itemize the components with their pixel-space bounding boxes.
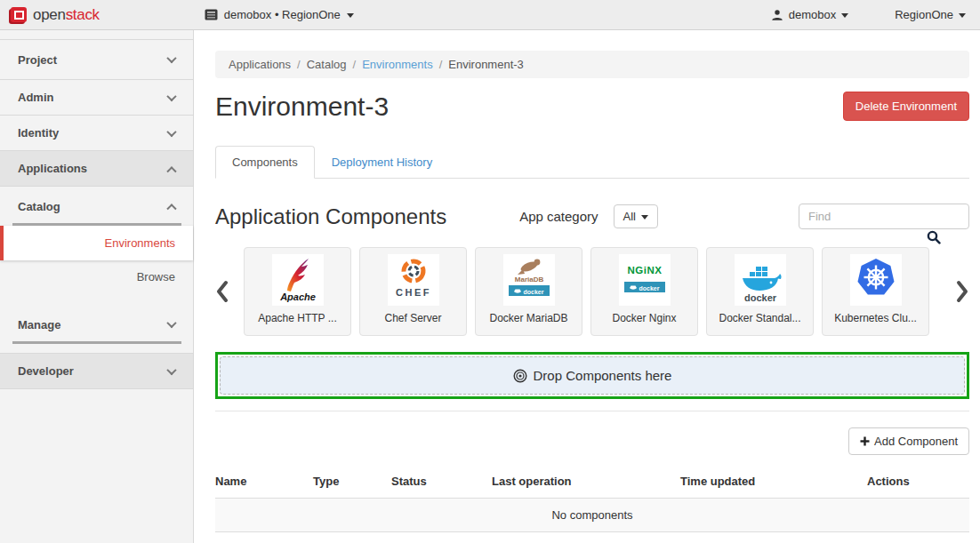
column-header-actions: Actions (867, 467, 969, 499)
components-table: Name Type Status Last operation Time upd… (215, 467, 969, 532)
chevron-right-icon (956, 280, 969, 303)
app-card-label: Docker MariaDB (489, 312, 567, 324)
breadcrumb-separator: / (297, 58, 301, 71)
chevron-down-icon (641, 215, 648, 220)
app-card-label: Kubernetes Clu... (834, 312, 917, 324)
openstack-logo[interactable]: openstack (11, 6, 100, 24)
sidebar-item-applications[interactable]: Applications (0, 151, 193, 187)
chevron-left-icon (215, 280, 229, 303)
column-header-type: Type (313, 467, 391, 499)
project-list-icon (205, 9, 218, 20)
sidebar-item-label: Admin (18, 91, 53, 104)
column-header-last-operation: Last operation (492, 467, 680, 499)
sidebar-item-identity[interactable]: Identity (0, 116, 193, 151)
app-card-label: Docker Nginx (612, 312, 676, 324)
region-menu-label: RegionOne (895, 8, 953, 21)
page-title: Environment-3 (215, 92, 389, 122)
nginx-docker-logo-icon: NGiNX docker (619, 254, 671, 306)
chevron-up-icon (166, 166, 176, 176)
sidebar: Project Admin Identity Applications Cata… (0, 30, 194, 543)
region-menu[interactable]: RegionOne (895, 8, 966, 21)
drop-components-zone[interactable]: Drop Components here (220, 356, 965, 395)
divider (215, 411, 969, 411)
app-card-label: Docker Standal... (719, 312, 800, 324)
breadcrumb-separator: / (353, 58, 357, 71)
chevron-down-icon (166, 126, 176, 136)
chef-logo-icon: CHEF (388, 254, 439, 306)
sidebar-top-strip (0, 30, 193, 40)
openstack-logo-text: openstack (33, 6, 100, 24)
svg-text:docker: docker (523, 289, 543, 295)
components-carousel: Apache Apache HTTP ... CHEF Chef Server (215, 247, 969, 336)
user-menu-label: demobox (789, 8, 836, 21)
carousel-next-button[interactable] (956, 280, 969, 303)
svg-text:docker: docker (743, 292, 776, 303)
app-card-docker-nginx[interactable]: NGiNX docker Docker Nginx (590, 247, 698, 336)
plus-icon (860, 436, 870, 446)
sidebar-item-environments[interactable]: Environments (0, 226, 193, 260)
mariadb-docker-logo-icon: MariaDB docker (503, 254, 555, 306)
sidebar-item-developer[interactable]: Developer (0, 354, 193, 389)
tab-components[interactable]: Components (215, 146, 315, 179)
app-card-label: Chef Server (384, 312, 441, 324)
catalog-underline (12, 223, 181, 226)
app-card-kubernetes[interactable]: Kubernetes Clu... (822, 247, 929, 336)
sidebar-item-label: Applications (18, 162, 87, 175)
sidebar-item-catalog[interactable]: Catalog (0, 187, 193, 226)
project-switcher[interactable]: demobox • RegionOne (205, 8, 354, 21)
tab-bar: Components Deployment History (215, 146, 969, 179)
chevron-down-icon (166, 318, 176, 328)
column-header-name: Name (215, 467, 313, 499)
sidebar-item-label: Environments (105, 236, 175, 250)
delete-environment-button[interactable]: Delete Environment (843, 92, 969, 121)
search-icon[interactable] (927, 230, 941, 244)
chevron-down-icon (166, 91, 176, 100)
svg-text:MariaDB: MariaDB (514, 275, 543, 283)
app-card-chef[interactable]: CHEF Chef Server (359, 247, 467, 336)
app-category-dropdown[interactable]: All (614, 204, 658, 228)
add-component-button[interactable]: Add Component (848, 427, 969, 455)
tab-deployment-history[interactable]: Deployment History (315, 146, 449, 179)
breadcrumb-catalog[interactable]: Catalog (307, 58, 347, 71)
app-category-value: All (623, 210, 636, 223)
dropzone-highlight: Drop Components here (215, 352, 969, 399)
sidebar-spacer (0, 293, 193, 305)
find-input[interactable] (799, 204, 969, 229)
user-menu[interactable]: demobox (771, 8, 848, 21)
add-component-label: Add Component (874, 435, 958, 448)
sidebar-item-manage[interactable]: Manage (0, 305, 193, 344)
sidebar-item-label: Project (18, 53, 57, 67)
apache-logo-icon: Apache (272, 254, 324, 306)
empty-table-row: No components (215, 499, 969, 532)
app-card-apache[interactable]: Apache Apache HTTP ... (244, 247, 351, 336)
main-content: Applications / Catalog / Environments / … (195, 30, 980, 543)
app-card-docker-mariadb[interactable]: MariaDB docker Docker MariaDB (475, 247, 582, 336)
top-header: openstack demobox • RegionOne demobox Re… (0, 0, 980, 30)
chevron-down-icon (166, 364, 176, 374)
manage-underline (12, 341, 181, 344)
dropzone-label: Drop Components here (534, 368, 672, 383)
breadcrumb-separator: / (439, 58, 443, 71)
openstack-cube-icon (11, 7, 27, 22)
svg-text:CHEF: CHEF (396, 287, 431, 298)
svg-text:Apache: Apache (279, 291, 316, 302)
svg-text:NGiNX: NGiNX (627, 265, 662, 275)
sidebar-divider (0, 344, 193, 354)
chevron-down-icon (841, 13, 848, 18)
breadcrumb-current: Environment-3 (448, 58, 524, 71)
sidebar-item-browse[interactable]: Browse (0, 260, 193, 293)
sidebar-item-label: Catalog (18, 200, 60, 213)
chevron-down-icon (166, 53, 176, 63)
target-icon (513, 369, 527, 383)
sidebar-item-admin[interactable]: Admin (0, 80, 193, 116)
app-card-docker-standalone[interactable]: docker Docker Standal... (706, 247, 814, 336)
svg-text:docker: docker (639, 285, 659, 291)
app-category-label: App category (519, 209, 598, 224)
sidebar-item-project[interactable]: Project (0, 40, 193, 80)
carousel-prev-button[interactable] (215, 280, 229, 303)
breadcrumb-applications[interactable]: Applications (229, 58, 291, 71)
chevron-up-icon (166, 204, 176, 213)
breadcrumb-environments-link[interactable]: Environments (362, 58, 432, 71)
sidebar-item-label: Browse (137, 270, 175, 283)
user-icon (771, 9, 783, 21)
